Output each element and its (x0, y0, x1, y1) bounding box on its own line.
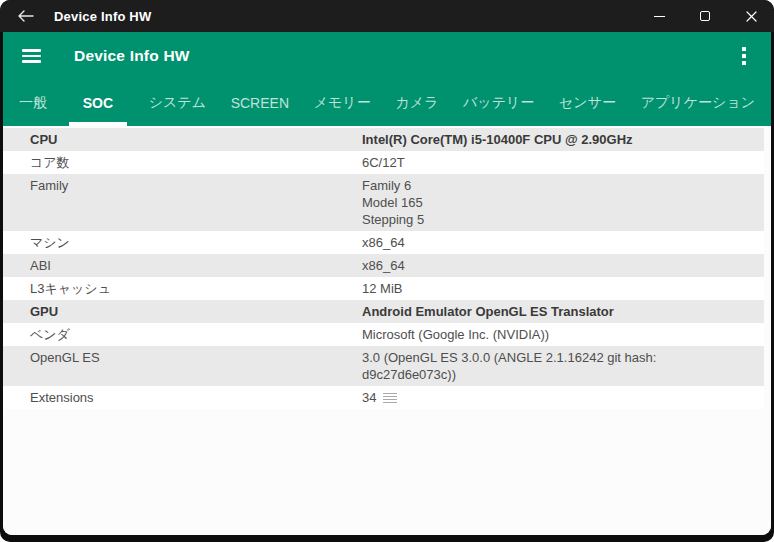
row-label: ベンダ (3, 326, 362, 343)
tab-application[interactable]: アプリケーション (638, 80, 758, 126)
table-row-machine: マシン x86_64 (3, 231, 764, 254)
row-value: 3.0 (OpenGL ES 3.0.0 (ANGLE 2.1.16242 gi… (362, 349, 764, 383)
table-row-vendor: ベンダ Microsoft (Google Inc. (NVIDIA)) (3, 323, 764, 346)
table-row-abi: ABI x86_64 (3, 254, 764, 277)
row-label: コア数 (3, 154, 362, 171)
row-value: Android Emulator OpenGL ES Translator (362, 303, 764, 320)
minimize-icon (654, 16, 665, 17)
row-label: L3キャッシュ (3, 280, 362, 297)
app-window: Device Info HW Device Info HW (0, 0, 774, 542)
tab-memory[interactable]: メモリー (311, 80, 374, 126)
extensions-count: 34 (362, 389, 376, 406)
row-value: x86_64 (362, 234, 764, 251)
minimize-button[interactable] (636, 0, 682, 32)
row-label: ABI (3, 257, 362, 274)
back-button[interactable] (8, 0, 42, 32)
maximize-button[interactable] (682, 0, 728, 32)
table-row-family: Family Family 6 Model 165 Stepping 5 (3, 174, 764, 231)
row-label: マシン (3, 234, 362, 251)
tab-system[interactable]: システム (146, 80, 209, 126)
window-titlebar: Device Info HW (0, 0, 774, 32)
menu-icon[interactable] (22, 49, 41, 63)
row-value: x86_64 (362, 257, 764, 274)
tab-soc[interactable]: SOC (69, 80, 127, 126)
maximize-icon (700, 11, 710, 21)
window-title: Device Info HW (54, 9, 151, 24)
tab-battery[interactable]: バッテリー (460, 80, 537, 126)
row-value: Family 6 Model 165 Stepping 5 (362, 177, 764, 228)
app-frame: Device Info HW 一般 SOC システム SCREEN メモリー カ… (3, 32, 771, 535)
row-label: Family (3, 177, 362, 194)
list-icon[interactable] (383, 392, 397, 404)
close-icon (746, 11, 757, 22)
tab-screen[interactable]: SCREEN (228, 80, 292, 126)
close-button[interactable] (728, 0, 774, 32)
row-label: Extensions (3, 389, 362, 406)
table-row-cpu: CPU Intel(R) Core(TM) i5-10400F CPU @ 2.… (3, 128, 764, 151)
row-value: Intel(R) Core(TM) i5-10400F CPU @ 2.90GH… (362, 131, 764, 148)
row-value: 34 (362, 389, 764, 406)
table-row-opengl: OpenGL ES 3.0 (OpenGL ES 3.0.0 (ANGLE 2.… (3, 346, 764, 386)
row-label: OpenGL ES (3, 349, 362, 366)
overflow-menu-icon[interactable] (738, 43, 750, 69)
table-row-l3cache: L3キャッシュ 12 MiB (3, 277, 764, 300)
row-value: 12 MiB (362, 280, 764, 297)
tab-camera[interactable]: カメラ (392, 80, 441, 126)
row-value: 6C/12T (362, 154, 764, 171)
app-bar: Device Info HW (3, 32, 771, 80)
window-controls (636, 0, 774, 32)
tab-general[interactable]: 一般 (16, 80, 50, 126)
info-table: CPU Intel(R) Core(TM) i5-10400F CPU @ 2.… (3, 128, 764, 409)
page-content: CPU Intel(R) Core(TM) i5-10400F CPU @ 2.… (3, 126, 771, 535)
tab-bar: 一般 SOC システム SCREEN メモリー カメラ バッテリー センサー ア… (3, 80, 771, 126)
table-row-extensions: Extensions 34 (3, 386, 764, 409)
table-row-cores: コア数 6C/12T (3, 151, 764, 174)
table-row-gpu: GPU Android Emulator OpenGL ES Translato… (3, 300, 764, 323)
row-value: Microsoft (Google Inc. (NVIDIA)) (362, 326, 764, 343)
back-arrow-icon (17, 10, 34, 22)
app-bar-title: Device Info HW (74, 47, 190, 65)
tab-sensor[interactable]: センサー (556, 80, 619, 126)
row-label: GPU (3, 303, 362, 320)
row-label: CPU (3, 131, 362, 148)
